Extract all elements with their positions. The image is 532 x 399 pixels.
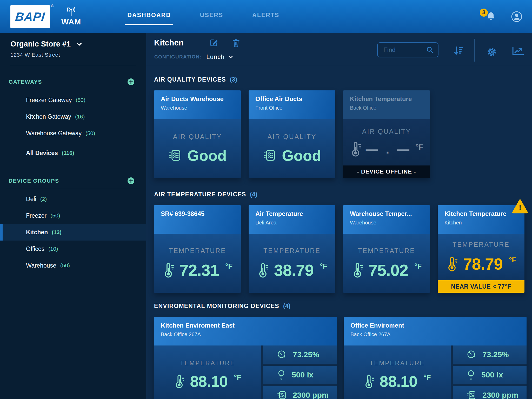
item-count: (13): [52, 229, 61, 235]
unit-label: °F: [320, 262, 327, 270]
item-label: Warehouse: [26, 262, 56, 269]
configuration-dropdown[interactable]: CONFIGURATION: Lunch: [154, 53, 233, 61]
section-count: (3): [230, 76, 237, 83]
notifications-button[interactable]: 3: [486, 11, 496, 22]
chevron-down-icon: [228, 55, 233, 59]
metric-label: AIR QUALITY: [362, 128, 411, 135]
unit-label: °F: [416, 143, 423, 151]
delete-group-button[interactable]: [232, 38, 240, 48]
divider: [474, 39, 475, 62]
metric-label: TEMPERATURE: [169, 247, 226, 255]
device-location: Warehouse: [350, 220, 423, 226]
device-title: Office Enviroment: [350, 322, 520, 329]
humidity-icon: [466, 349, 477, 360]
sidebar-item-warehouse[interactable]: Warehouse (50): [0, 257, 146, 274]
device-card-kitchen-temperature-warning[interactable]: ! Kitchen Temperature Kitchen TEMPERATUR…: [438, 205, 524, 293]
metric-label: TEMPERATURE: [358, 247, 415, 255]
main-panel: Kitchen CONFIGURATIO: [146, 33, 532, 399]
thermometer-icon: [351, 263, 363, 278]
device-card-air-temperature[interactable]: Air Temperature Deli Area TEMPERATURE: [249, 205, 335, 293]
sidebar-item-freezer-gateway[interactable]: Freezer Gateway (50): [0, 92, 146, 108]
add-gateway-button[interactable]: [127, 78, 135, 86]
find-search-box[interactable]: [377, 42, 438, 57]
device-card-office-air-ducts[interactable]: Office Air Ducts Front Office AIR QUALIT…: [249, 90, 335, 178]
humidity-value: 73.25%: [482, 350, 509, 359]
section-count: (4): [250, 191, 257, 198]
thermometer-icon: [446, 256, 458, 271]
device-card-air-ducts-warehouse[interactable]: Air Ducts Warehouse Warehouse AIR QUALIT…: [154, 90, 241, 178]
device-location: Back Office: [350, 105, 423, 111]
air-quality-icon: [263, 148, 277, 162]
sidebar-item-kitchen-gateway[interactable]: Kitchen Gateway (16): [0, 108, 146, 125]
tab-users[interactable]: USERS: [198, 8, 225, 25]
sidebar-item-deli[interactable]: Deli (2): [0, 191, 146, 207]
air-quality-icon: [466, 390, 477, 399]
notification-badge: 3: [480, 9, 488, 17]
settings-button[interactable]: [486, 46, 497, 57]
device-title: Kitchen Temperature: [350, 95, 423, 103]
user-avatar[interactable]: [511, 11, 523, 23]
device-card-office-enviroment[interactable]: Office Enviroment Back Office 267A TEMPE…: [344, 317, 527, 399]
edit-group-button[interactable]: [209, 38, 218, 48]
search-input[interactable]: [383, 46, 426, 54]
light-reading: 500 lx: [453, 366, 527, 384]
temperature-value: 75.02: [369, 261, 408, 280]
section-count: (4): [283, 303, 290, 310]
site-selector[interactable]: Organic Store #1: [10, 40, 136, 48]
light-reading: 500 lx: [263, 366, 337, 384]
tab-alerts[interactable]: ALERTS: [250, 8, 281, 25]
item-label: Offices: [26, 245, 44, 252]
sidebar-item-warehouse-gateway[interactable]: Warehouse Gateway (50): [0, 125, 146, 142]
sort-button[interactable]: [452, 45, 464, 56]
device-title: Kitchen Enviroment East: [161, 322, 330, 329]
registered-mark: ®: [51, 4, 54, 8]
item-label: Freezer: [26, 212, 46, 219]
item-label: Deli: [26, 196, 36, 203]
item-count: (50): [60, 262, 70, 269]
top-actions: 3: [486, 11, 523, 23]
co2-reading: 2300 ppm: [263, 386, 337, 399]
site-name: Organic Store #1: [10, 40, 71, 48]
section-title: AIR QUALITY DEVICES: [154, 76, 226, 83]
configuration-value: Lunch: [206, 53, 224, 61]
air-quality-icon: [277, 390, 287, 399]
thermometer-icon: [174, 374, 185, 388]
section-air-temperature-heading: AIR TEMPERATURE DEVICES (4): [154, 191, 532, 198]
wam-brand: WAM: [61, 7, 81, 26]
device-card-kitchen-enviroment-east[interactable]: Kitchen Enviroment East Back Office 267A…: [154, 317, 337, 399]
bell-icon: [486, 17, 496, 22]
item-count: (16): [75, 114, 85, 120]
sidebar-item-all-devices[interactable]: All Devices (116): [0, 145, 146, 161]
device-offline-banner: - DEVICE OFFLINE -: [343, 165, 430, 178]
add-device-group-button[interactable]: [127, 177, 135, 185]
item-count: (10): [48, 246, 58, 252]
section-title: AIR TEMPERATURE DEVICES: [154, 191, 246, 198]
sidebar-item-freezer[interactable]: Freezer (50): [0, 207, 146, 224]
gateways-title: GATEWAYS: [9, 79, 42, 85]
device-title: Air Temperature: [255, 210, 329, 217]
humidity-reading: 73.25%: [453, 345, 527, 364]
divider: [6, 90, 140, 90]
environmental-cards-row: Kitchen Enviroment East Back Office 267A…: [154, 317, 532, 399]
thermometer-icon: [363, 374, 374, 388]
device-title: SR# 639-38645: [161, 210, 234, 217]
sidebar-item-offices[interactable]: Offices (10): [0, 241, 146, 257]
unit-label: °F: [423, 373, 431, 382]
device-card-kitchen-temperature-offline[interactable]: Kitchen Temperature Back Office AIR QUAL…: [343, 90, 430, 178]
main-nav: DASHBOARD USERS ALERTS: [125, 8, 281, 25]
tab-dashboard[interactable]: DASHBOARD: [125, 8, 173, 25]
chart-view-button[interactable]: [511, 45, 525, 57]
light-value: 500 lx: [481, 370, 503, 379]
main-header: Kitchen CONFIGURATIO: [146, 33, 532, 65]
device-title: Air Ducts Warehouse: [161, 95, 234, 103]
device-location: Warehouse: [161, 105, 234, 111]
unit-label: °F: [509, 256, 516, 264]
section-environmental-heading: ENVIROMENTAL MONITORING DEVICES (4): [154, 303, 532, 310]
device-card-warehouse-temperature[interactable]: Warehouse Temper... Warehouse TEMPERATUR…: [343, 205, 430, 293]
sidebar-item-kitchen[interactable]: Kitchen (13): [0, 224, 146, 241]
device-card-sr-639-38645[interactable]: SR# 639-38645 TEMPERATURE: [154, 205, 241, 293]
thermometer-icon: [350, 142, 362, 157]
chart-icon: [511, 45, 525, 57]
air-quality-cards-row: Air Ducts Warehouse Warehouse AIR QUALIT…: [154, 90, 532, 178]
temperature-value: 88.10: [190, 373, 228, 390]
